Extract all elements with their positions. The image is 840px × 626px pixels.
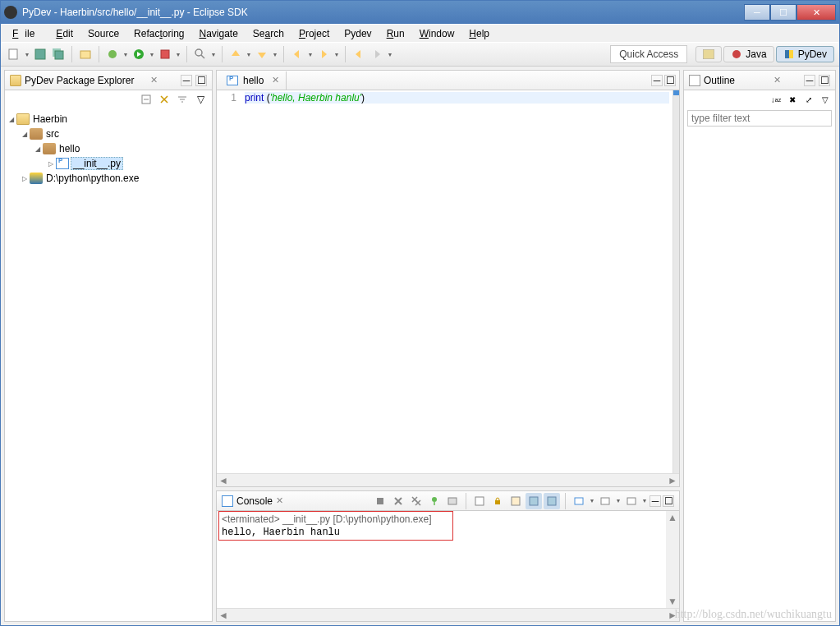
console-selected-button[interactable] (526, 493, 542, 509)
outline-menu-button[interactable]: ▽ (819, 93, 832, 106)
search-dropdown[interactable]: ▼ (210, 46, 217, 62)
menu-file[interactable]: File (6, 26, 48, 41)
show-console-button[interactable] (507, 493, 524, 509)
open-button[interactable] (77, 46, 94, 62)
new-console-button[interactable] (597, 493, 613, 509)
console-output-button[interactable] (623, 493, 640, 509)
console-scrollbar-vertical[interactable]: ▲ ▼ (666, 511, 679, 608)
open-console-button[interactable] (571, 493, 587, 509)
run-dropdown[interactable]: ▼ (149, 46, 155, 62)
editor-maximize-button[interactable]: ☐ (664, 75, 676, 86)
tree-project[interactable]: ◢ Haerbin (7, 112, 210, 127)
last-edit-button[interactable] (351, 46, 367, 62)
scroll-lock-button[interactable] (489, 493, 506, 509)
run-button[interactable] (131, 46, 147, 62)
minimize-button[interactable]: ─ (744, 4, 770, 21)
tree-python-exe[interactable]: ▷ D:\python\python.exe (7, 171, 210, 186)
pin-console-button[interactable] (426, 493, 443, 509)
outline-filter-input[interactable] (687, 110, 832, 127)
expand-icon[interactable]: ◢ (7, 114, 16, 124)
link-editor-button[interactable] (158, 93, 171, 106)
console-view-button[interactable] (544, 493, 560, 509)
maximize-button[interactable]: ☐ (770, 4, 796, 21)
console-scrollbar-horizontal[interactable]: ◄ ► (217, 608, 679, 621)
expand-icon[interactable]: ◢ (20, 129, 30, 139)
search-button[interactable] (192, 46, 209, 62)
open-console-dropdown[interactable]: ▼ (589, 493, 595, 509)
scroll-left-icon[interactable]: ◄ (217, 609, 230, 622)
console-maximize-button[interactable]: ☐ (663, 495, 674, 507)
outline-maximize-button[interactable]: ☐ (819, 75, 830, 86)
scroll-up-icon[interactable]: ▲ (666, 511, 679, 524)
sort-button[interactable]: ↓az (769, 93, 783, 106)
console-close-icon[interactable]: ✕ (276, 495, 283, 506)
hide-fields-button[interactable]: ✖ (786, 93, 799, 106)
menu-help[interactable]: Help (462, 26, 496, 41)
forward-dropdown[interactable]: ▼ (333, 46, 340, 62)
next-edit-button[interactable] (369, 46, 385, 62)
back-dropdown[interactable]: ▼ (307, 46, 314, 62)
back-button[interactable] (289, 46, 305, 62)
menu-pydev[interactable]: Pydev (337, 26, 378, 41)
open-perspective-button[interactable] (695, 46, 722, 62)
save-all-button[interactable] (50, 46, 67, 62)
save-button[interactable] (32, 46, 48, 62)
clear-console-button[interactable] (471, 493, 488, 509)
menu-search[interactable]: Search (246, 26, 291, 41)
menu-navigate[interactable]: Navigate (192, 26, 244, 41)
remove-all-terminated-button[interactable] (408, 493, 425, 509)
menu-edit[interactable]: Edit (49, 26, 80, 41)
package-explorer-close-icon[interactable]: ✕ (150, 75, 158, 85)
expand-icon[interactable]: ◢ (33, 144, 43, 154)
next-edit-dropdown[interactable]: ▼ (387, 46, 393, 62)
menu-refactoring[interactable]: Refactoring (127, 26, 190, 41)
outline-close-icon[interactable]: ✕ (773, 75, 781, 85)
expand-icon[interactable]: ▷ (46, 159, 56, 168)
prev-annotation-dropdown[interactable]: ▼ (246, 46, 252, 62)
overview-ruler[interactable] (672, 90, 679, 473)
console-minimize-button[interactable]: ─ (650, 495, 661, 507)
java-perspective-button[interactable]: Java (723, 46, 773, 62)
editor-tab-hello[interactable]: hello ✕ (220, 71, 287, 90)
next-annotation-dropdown[interactable]: ▼ (272, 46, 278, 62)
scroll-left-icon[interactable]: ◄ (217, 474, 230, 487)
new-button[interactable] (6, 46, 22, 62)
new-console-dropdown[interactable]: ▼ (615, 493, 622, 509)
new-dropdown[interactable]: ▼ (24, 46, 30, 62)
console-output-area[interactable]: <terminated> __init__.py [D:\python\pyth… (217, 511, 679, 608)
external-tools-button[interactable] (157, 46, 173, 62)
prev-annotation-button[interactable] (227, 46, 244, 62)
forward-button[interactable] (315, 46, 332, 62)
external-tools-dropdown[interactable]: ▼ (175, 46, 181, 62)
code-area[interactable]: print ('hello, Haerbin hanlu') (241, 90, 672, 473)
scroll-down-icon[interactable]: ▼ (666, 595, 679, 608)
outline-minimize-button[interactable]: ─ (804, 75, 815, 86)
remove-terminated-button[interactable] (390, 493, 406, 509)
debug-button[interactable] (104, 46, 121, 62)
view-maximize-button[interactable]: ☐ (195, 75, 207, 86)
editor-tab-close-icon[interactable]: ✕ (272, 75, 279, 85)
next-annotation-button[interactable] (254, 46, 270, 62)
editor-minimize-button[interactable]: ─ (651, 75, 663, 86)
close-button[interactable]: ✕ (796, 4, 836, 21)
menu-window[interactable]: Window (413, 26, 461, 41)
debug-dropdown[interactable]: ▼ (122, 46, 129, 62)
scroll-right-icon[interactable]: ► (666, 474, 679, 487)
collapse-all-button[interactable] (140, 93, 153, 106)
display-console-button[interactable] (444, 493, 461, 509)
filters-button[interactable] (176, 93, 189, 106)
menu-source[interactable]: Source (81, 26, 126, 41)
view-minimize-button[interactable]: ─ (181, 75, 192, 86)
expand-button[interactable]: ⤢ (802, 93, 815, 106)
tree-src[interactable]: ◢ src (7, 127, 210, 141)
editor-scrollbar-horizontal[interactable]: ◄ ► (217, 473, 679, 486)
tree-package[interactable]: ◢ hello (7, 141, 210, 156)
expand-icon[interactable]: ▷ (20, 173, 30, 183)
menu-run[interactable]: Run (380, 26, 411, 41)
tree-file[interactable]: ▷ __init__.py (7, 156, 210, 171)
quick-access-field[interactable]: Quick Access (610, 45, 687, 63)
pydev-perspective-button[interactable]: PyDev (776, 46, 834, 62)
menu-project[interactable]: Project (292, 26, 336, 41)
view-menu-button[interactable]: ▽ (194, 93, 207, 106)
console-output-dropdown[interactable]: ▼ (641, 493, 648, 509)
